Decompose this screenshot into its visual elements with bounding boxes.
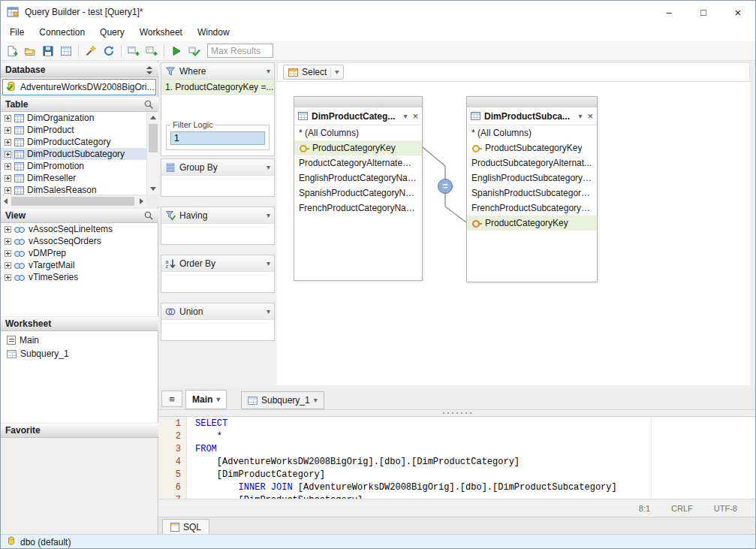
chevron-down-icon[interactable]: ▾ — [403, 113, 407, 120]
worksheet-section-header[interactable]: Worksheet — [1, 316, 158, 331]
chevron-down-icon[interactable]: ▾ — [267, 212, 270, 219]
view-tree-item[interactable]: vTimeSeries — [1, 271, 158, 283]
chevron-down-icon[interactable]: ▾ — [267, 68, 270, 75]
code-line[interactable]: INNER JOIN [AdventureWorksDW2008BigOrig]… — [195, 482, 756, 495]
search-icon[interactable] — [143, 210, 154, 221]
query-wizard-button[interactable] — [83, 44, 99, 59]
chevron-down-icon[interactable]: ▾ — [335, 68, 339, 76]
validate-button[interactable] — [186, 44, 203, 59]
column-row[interactable]: SpanishProductCategoryName — [294, 186, 422, 201]
tab-sql[interactable]: SQL — [162, 519, 209, 535]
menu-item[interactable]: Connection — [32, 25, 92, 40]
column-row[interactable]: EnglishProductSubcategoryN... — [467, 170, 597, 186]
scroll-down-icon[interactable] — [150, 187, 156, 191]
table-tree-item[interactable]: DimProductSubcategory — [1, 148, 146, 160]
expand-icon[interactable] — [5, 274, 11, 281]
card-header[interactable]: DimProductCateg... ▾ × — [294, 107, 422, 125]
worksheet-item[interactable]: Subquery_1 — [1, 347, 158, 360]
table-tree-vertical-scrollbar[interactable] — [146, 112, 158, 195]
view-tree-item[interactable]: vTargetMail — [1, 259, 158, 271]
card-drag-handle[interactable] — [294, 97, 422, 107]
join-icon[interactable]: = — [438, 179, 453, 194]
close-icon[interactable]: × — [412, 110, 418, 122]
code-line[interactable]: * — [195, 431, 756, 444]
scrollbar-thumb[interactable] — [11, 197, 134, 206]
sql-code[interactable]: SELECT *FROM [AdventureWorksDW2008BigOri… — [188, 417, 756, 499]
menu-item[interactable]: File — [2, 25, 32, 40]
expand-icon[interactable] — [5, 151, 11, 158]
query-diagram-canvas[interactable]: DimProductCateg... ▾ × * (All Columns) P… — [277, 82, 750, 385]
chevron-down-icon[interactable]: ▾ — [267, 260, 270, 267]
expand-icon[interactable] — [5, 175, 11, 182]
chevron-down-icon[interactable]: ▾ — [267, 308, 270, 315]
group-by-panel-header[interactable]: Group By ▾ — [161, 159, 274, 176]
card-header[interactable]: DimProductSubca... ▾ × — [467, 107, 597, 125]
max-results-input[interactable] — [207, 44, 273, 58]
maximize-button[interactable]: □ — [686, 1, 721, 23]
splitter-handle-icon[interactable] — [443, 412, 473, 414]
worksheet-menu-button[interactable]: ≡ — [161, 391, 182, 407]
having-panel-header[interactable]: Having ▾ — [161, 207, 274, 224]
column-row[interactable]: FrenchProductCategoryName — [294, 201, 422, 216]
new-query-button[interactable] — [4, 44, 20, 59]
minimize-button[interactable]: – — [652, 1, 686, 23]
column-row[interactable]: EnglishProductCategoryName — [294, 170, 422, 186]
menu-item[interactable]: Worksheet — [132, 25, 190, 40]
where-condition[interactable]: 1. ProductCategoryKey =... — [161, 80, 274, 95]
where-panel-header[interactable]: Where ▾ — [161, 63, 274, 80]
database-section-header[interactable]: Database — [1, 62, 158, 77]
column-row[interactable]: SpanishProductSubcategory... — [467, 186, 597, 201]
menu-item[interactable]: Query — [92, 25, 132, 40]
card-drag-handle[interactable] — [467, 97, 597, 107]
table-tree-item[interactable]: DimPromotion — [1, 160, 146, 172]
filter-logic-input[interactable] — [170, 131, 265, 145]
expand-icon[interactable] — [5, 250, 11, 257]
refresh-button[interactable] — [101, 44, 117, 59]
table-tree-item[interactable]: DimProductCategory — [1, 136, 146, 148]
view-tree-item[interactable]: vDMPrep — [1, 247, 158, 259]
worksheet-item[interactable]: Main — [1, 333, 158, 347]
select-button[interactable]: Select ▾ — [283, 65, 344, 80]
scroll-right-icon[interactable] — [140, 198, 143, 204]
chevron-down-icon[interactable]: ▾ — [578, 113, 582, 120]
open-button[interactable] — [22, 44, 38, 59]
expand-icon[interactable] — [5, 163, 11, 170]
close-button[interactable]: × — [721, 1, 755, 23]
table-card-dimproductsubcategory[interactable]: DimProductSubca... ▾ × * (All Columns) P… — [466, 96, 598, 282]
table-section-header[interactable]: Table — [1, 97, 158, 112]
chevron-down-icon[interactable]: ▾ — [267, 164, 270, 171]
scroll-left-icon[interactable] — [4, 198, 8, 204]
save-button[interactable] — [40, 44, 56, 59]
chevron-down-icon[interactable]: ▾ — [314, 397, 318, 404]
splitter[interactable] — [158, 410, 756, 416]
union-panel-header[interactable]: Union ▾ — [161, 303, 274, 320]
scrollbar-thumb[interactable] — [149, 124, 158, 152]
column-row[interactable]: ProductSubcategoryAlternat... — [467, 155, 597, 170]
expand-icon[interactable] — [5, 262, 11, 269]
expand-icon[interactable] — [5, 238, 11, 245]
view-tree-item[interactable]: vAssocSeqLineItems — [1, 223, 158, 235]
column-row[interactable]: ProductSubcategoryKey — [467, 140, 597, 155]
sql-editor[interactable]: 1234567 SELECT *FROM [AdventureWorksDW20… — [158, 416, 756, 499]
table-tree-item[interactable]: DimReseller — [1, 172, 146, 184]
tab-main[interactable]: Main ▾ — [185, 390, 227, 409]
search-icon[interactable] — [143, 99, 154, 110]
order-by-panel-header[interactable]: az Order By ▾ — [161, 255, 274, 272]
expand-icon[interactable] — [5, 226, 11, 233]
column-row[interactable]: ProductCategoryAlternateKey — [294, 155, 422, 170]
view-tree-item[interactable]: vAssocSeqOrders — [1, 235, 158, 247]
expand-icon[interactable] — [5, 127, 11, 134]
table-tree-horizontal-scrollbar[interactable] — [1, 195, 146, 207]
menu-item[interactable]: Window — [190, 25, 237, 40]
expand-icon[interactable] — [5, 115, 11, 122]
expand-icon[interactable] — [5, 187, 11, 194]
table-tree-item[interactable]: DimOrganization — [1, 112, 146, 124]
view-section-header[interactable]: View — [1, 208, 158, 223]
collapse-toggle-icon[interactable] — [146, 66, 154, 74]
tab-subquery-1[interactable]: Subquery_1 ▾ — [241, 391, 324, 409]
column-row[interactable]: FrenchProductSubcategoryN... — [467, 201, 597, 216]
save-grid-button[interactable] — [58, 44, 74, 59]
table-tree-item[interactable]: DimSalesReason — [1, 184, 146, 195]
code-line[interactable]: [DimProductCategory] — [195, 469, 756, 482]
database-selected-item[interactable]: AdventureWorksDW2008BigOri... — [2, 79, 156, 95]
